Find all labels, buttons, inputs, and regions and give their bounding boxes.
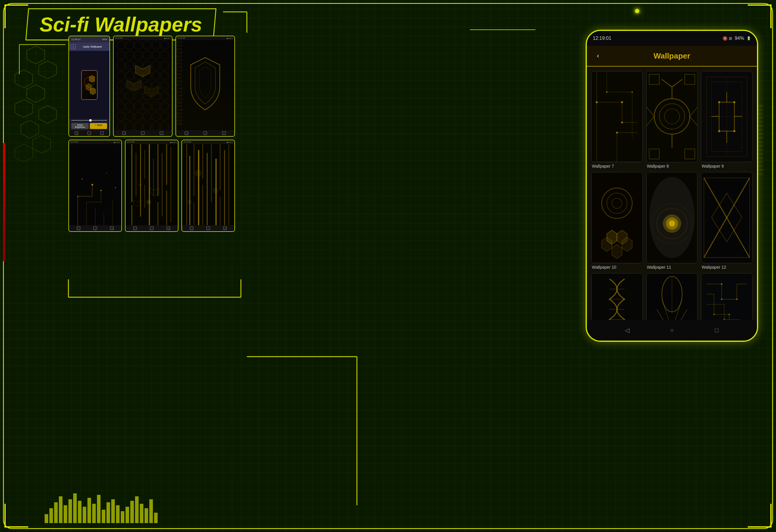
svg-rect-54 xyxy=(194,202,194,225)
wallpaper-13-svg xyxy=(592,273,642,320)
svg-rect-61 xyxy=(220,144,220,191)
apply-button[interactable]: ✓ Apply xyxy=(90,123,107,129)
svg-point-66 xyxy=(213,188,219,194)
phone-back-button[interactable]: ‹ xyxy=(593,51,603,61)
svg-rect-45 xyxy=(166,191,167,225)
apply-back-button[interactable]: ‹ xyxy=(71,44,75,49)
reset-brightness-button[interactable]: Reset Brightness xyxy=(71,123,88,129)
screenshot-hex[interactable]: 10:22 AM ◆ ♦ ⊕ 4 xyxy=(113,36,173,137)
svg-rect-62 xyxy=(220,197,220,226)
corner-decoration-bl xyxy=(4,504,28,528)
status-icons: 🔕 ⊠ xyxy=(723,36,732,41)
svg-point-30 xyxy=(81,178,83,180)
svg-rect-56 xyxy=(203,144,203,179)
svg-rect-42 xyxy=(158,202,159,225)
wallpaper-item-13[interactable] xyxy=(591,273,643,320)
wallpaper-label-12: Walipaper 12 xyxy=(701,265,753,270)
svg-point-158 xyxy=(721,298,723,300)
svg-point-83 xyxy=(616,131,618,134)
screenshot-shield[interactable]: 10:19 AM ◆ ♦ ⊕ 4 01101001010111000011101… xyxy=(176,36,235,137)
nav-home-6[interactable]: ○ xyxy=(206,227,210,230)
svg-marker-1 xyxy=(39,61,56,79)
preview-wallpaper xyxy=(82,71,97,99)
wallpaper-thumb-11[interactable] xyxy=(646,172,698,263)
phone-nav-back[interactable]: ◁ xyxy=(622,326,631,335)
svg-marker-11 xyxy=(90,88,95,94)
nav-recent-icon[interactable]: □ xyxy=(100,131,104,135)
wallpaper-7-svg xyxy=(592,71,642,162)
svg-point-79 xyxy=(621,101,623,103)
nav-home-icon[interactable]: ○ xyxy=(87,131,91,135)
nav-recent-2[interactable]: □ xyxy=(160,131,163,135)
svg-point-111 xyxy=(734,101,736,103)
phone-nav-bar: ◁ ○ □ xyxy=(587,320,757,341)
wallpaper-item-9[interactable]: Wallpaper 9 xyxy=(701,71,753,169)
nav-recent-3[interactable]: □ xyxy=(222,131,226,135)
wallpaper-label-11: Wallpaper 11 xyxy=(646,265,698,270)
wallpaper-item-15[interactable] xyxy=(701,273,753,320)
screenshot-row-1: 11:58:27 85% ‹ Apply Wallpaper xyxy=(68,36,235,137)
svg-rect-33 xyxy=(132,144,132,202)
svg-point-157 xyxy=(721,283,723,285)
wallpaper-11-svg xyxy=(647,172,698,263)
screenshots-area: 11:58:27 85% ‹ Apply Wallpaper xyxy=(68,36,235,267)
nav-back-3[interactable]: ◁ xyxy=(185,131,188,135)
wallpaper-thumb-12[interactable] xyxy=(701,172,753,263)
svg-rect-35 xyxy=(136,153,136,196)
nav-home-3[interactable]: ○ xyxy=(203,131,207,135)
wallpaper-item-14[interactable] xyxy=(646,273,698,320)
wallpaper-thumb-14[interactable] xyxy=(646,273,698,320)
svg-rect-55 xyxy=(198,150,199,226)
wallpaper-thumb-7[interactable] xyxy=(591,71,643,162)
wallpaper-item-11[interactable]: Wallpaper 11 xyxy=(646,172,698,270)
svg-point-159 xyxy=(736,298,738,300)
nav-recent-6[interactable]: ◁ xyxy=(223,227,227,230)
wallpaper-thumb-13[interactable] xyxy=(591,273,643,320)
svg-rect-14 xyxy=(117,40,169,130)
svg-rect-38 xyxy=(145,185,145,208)
svg-point-127 xyxy=(669,221,675,227)
wallpaper-9-svg xyxy=(701,71,752,162)
nav-home-2[interactable]: ○ xyxy=(141,131,145,135)
svg-marker-9 xyxy=(89,75,95,82)
svg-point-113 xyxy=(734,130,736,132)
nav-back-4[interactable]: □ xyxy=(77,227,80,230)
wallpaper-item-8[interactable]: Wallpaper 8 xyxy=(646,71,698,169)
wallpaper-item-7[interactable]: Wallpaper 7 xyxy=(591,71,643,169)
nav-home-5[interactable]: ○ xyxy=(150,227,154,230)
wallpaper-thumb-9[interactable] xyxy=(701,71,753,162)
wallpaper-thumb-10[interactable] xyxy=(591,172,643,263)
wallpaper-item-12[interactable]: Walipaper 12 xyxy=(701,172,753,270)
wallpaper-label-9: Wallpaper 9 xyxy=(701,164,753,169)
screenshot-apply[interactable]: 11:58:27 85% ‹ Apply Wallpaper xyxy=(68,36,110,137)
svg-rect-43 xyxy=(162,153,162,217)
phone-nav-home[interactable]: ○ xyxy=(667,326,676,335)
nav-back-2[interactable]: ◁ xyxy=(122,131,126,135)
wallpaper-8-svg xyxy=(647,71,698,162)
svg-rect-44 xyxy=(166,144,167,185)
corner-decoration-br xyxy=(748,504,772,528)
wallpaper-thumb-8[interactable] xyxy=(646,71,698,162)
nav-recent-5[interactable]: ◁ xyxy=(167,227,170,230)
nav-back-5[interactable]: □ xyxy=(133,227,137,230)
hex-wallpaper-pattern xyxy=(114,40,172,130)
nav-recent-4[interactable]: ◁ xyxy=(110,227,114,230)
wallpaper-grid: Wallpaper 7 xyxy=(587,66,757,320)
nav-back-icon[interactable]: ◁ xyxy=(75,131,78,135)
svg-rect-156 xyxy=(701,274,752,320)
nav-back-6[interactable]: □ xyxy=(190,227,193,230)
svg-marker-6 xyxy=(21,120,39,138)
nav-home-4[interactable]: ○ xyxy=(93,227,97,230)
svg-marker-5 xyxy=(39,105,56,123)
svg-rect-63 xyxy=(224,150,225,226)
svg-rect-57 xyxy=(203,185,203,226)
screenshot-rain[interactable]: 10:20 AM ◆ ♦ ⊕ 4 xyxy=(181,140,235,232)
svg-rect-34 xyxy=(132,205,132,225)
wallpaper-item-10[interactable]: Wallpaper 10 xyxy=(591,172,643,270)
battery-level: 94% xyxy=(735,36,744,41)
screenshot-vertical-lines[interactable]: 10:19 AM ◆ ♦ ⊕ 4 xyxy=(125,140,178,232)
wallpaper-thumb-15[interactable] xyxy=(701,273,753,320)
screenshot-circuit-bottom[interactable]: 10:19 AM ◆ ♦ ⊕ 4 xyxy=(68,140,122,232)
wallpaper-label-7: Wallpaper 7 xyxy=(591,164,643,169)
phone-nav-recent[interactable]: □ xyxy=(712,326,721,335)
